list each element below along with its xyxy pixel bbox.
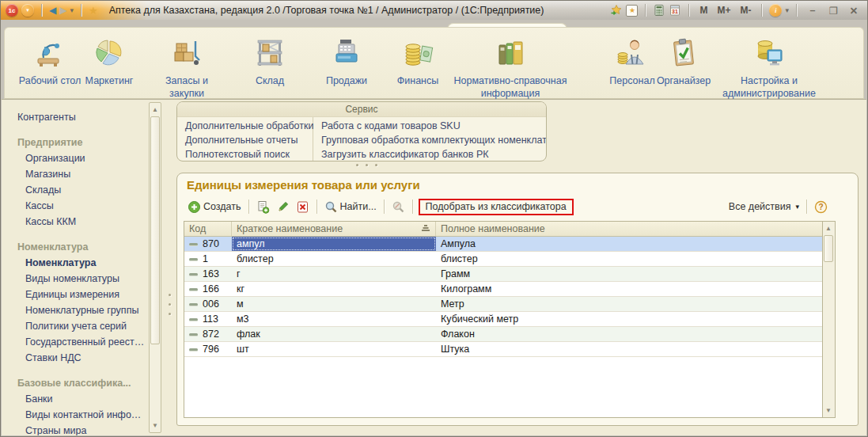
short-name-cell[interactable]: м xyxy=(232,297,436,311)
service-command[interactable]: Дополнительные обработки xyxy=(185,119,313,133)
favorites-list-icon[interactable]: ★ xyxy=(626,5,638,17)
sidebar-item[interactable]: Магазины xyxy=(5,166,148,182)
service-command[interactable]: Дополнительные отчеты xyxy=(185,133,313,147)
clear-find-button[interactable] xyxy=(389,199,408,215)
full-name-cell[interactable]: Метр xyxy=(436,297,835,311)
code-cell[interactable]: 006 xyxy=(184,297,232,311)
sidebar-item[interactable]: Организации xyxy=(5,150,148,166)
short-name-cell[interactable]: г xyxy=(232,267,436,281)
copy-item-button[interactable] xyxy=(253,199,273,215)
table-row[interactable]: 872флакФлакон xyxy=(184,327,835,342)
sidebar-item[interactable]: Номенклатура xyxy=(5,255,148,271)
full-name-cell[interactable]: Ампула xyxy=(436,237,835,251)
code-cell[interactable]: 870 xyxy=(184,237,232,251)
table-scrollbar[interactable]: ▲ ▼ xyxy=(822,222,835,417)
service-command[interactable]: Групповая обработка комплектующих номенк… xyxy=(321,133,547,147)
nav-forward-icon[interactable]: ▶ xyxy=(59,6,66,15)
sidebar-item[interactable]: Номенклатурные группы xyxy=(5,302,148,318)
short-name-cell[interactable]: шт xyxy=(232,342,436,356)
memory-m-plus-button[interactable]: M+ xyxy=(714,5,733,16)
panel-splitter-grip[interactable] xyxy=(356,164,377,166)
short-name-cell[interactable]: ампул xyxy=(232,237,436,251)
sidebar-item[interactable]: Страны мира xyxy=(5,423,148,435)
table-row[interactable]: 163гГрамм xyxy=(184,267,835,282)
short-name-cell[interactable]: кг xyxy=(232,282,436,296)
create-button[interactable]: Создать xyxy=(184,199,244,215)
nav-history-caret-icon[interactable]: ▾ xyxy=(70,6,74,14)
sidebar-item[interactable]: Ставки НДС xyxy=(5,350,148,366)
ribbon-section-10[interactable]: Настройка и администрирование xyxy=(713,34,825,100)
short-name-cell[interactable]: м3 xyxy=(232,312,436,326)
code-cell[interactable]: 113 xyxy=(184,312,232,326)
info-icon[interactable]: i xyxy=(769,4,782,17)
code-cell[interactable]: 166 xyxy=(184,282,232,296)
full-name-cell[interactable]: Флакон xyxy=(436,327,835,341)
full-name-cell[interactable]: блистер xyxy=(436,252,835,266)
ribbon-section-1[interactable]: Рабочий стол xyxy=(18,34,81,88)
service-command[interactable]: Работа с кодами товаров SKU xyxy=(321,119,547,133)
full-name-cell[interactable]: Килограмм xyxy=(436,282,835,296)
full-name-cell[interactable]: Кубический метр xyxy=(436,312,835,326)
code-cell[interactable]: 1 xyxy=(184,252,232,266)
calculator-icon[interactable] xyxy=(653,4,665,17)
sidebar-item[interactable]: Кассы xyxy=(5,198,148,214)
service-menu-icon[interactable]: ▼ xyxy=(21,4,34,17)
ribbon-section-7[interactable]: Нормативно-справочная информация xyxy=(450,34,570,100)
service-command[interactable]: Загрузить классификатор банков РК xyxy=(321,147,547,162)
ribbon-section-5[interactable]: Продажи xyxy=(315,34,378,88)
calendar-icon[interactable]: 31 xyxy=(669,4,681,17)
scroll-up-icon[interactable]: ▲ xyxy=(150,104,161,116)
sidebar-item[interactable]: Политики учета серий xyxy=(5,318,148,334)
memory-m-button[interactable]: M xyxy=(696,5,711,16)
maximize-button[interactable]: ❐ xyxy=(824,4,842,17)
sidebar-item[interactable]: Государственный реестр ле... xyxy=(5,334,148,350)
ribbon-section-9[interactable]: Органайзер xyxy=(648,34,719,88)
scroll-up-icon[interactable]: ▲ xyxy=(823,222,834,234)
ribbon-section-6[interactable]: Финансы xyxy=(386,34,449,88)
info-caret-icon[interactable]: ▾ xyxy=(785,6,789,14)
memory-m-minus-button[interactable]: M- xyxy=(737,5,754,16)
minimize-button[interactable]: – xyxy=(804,4,821,17)
table-row[interactable]: 1блистерблистер xyxy=(184,252,835,267)
column-header[interactable]: Код xyxy=(184,222,232,236)
pick-from-classifier-button[interactable]: Подобрать из классификатора xyxy=(426,201,567,212)
table-row[interactable]: 113м3Кубический метр xyxy=(184,312,835,327)
sidebar-item[interactable]: Банки xyxy=(5,391,148,407)
close-button[interactable]: ✕ xyxy=(845,4,862,17)
service-command[interactable]: Полнотекстовый поиск xyxy=(185,147,313,162)
ribbon-section-2[interactable]: Маркетинг xyxy=(78,34,141,88)
scroll-down-icon[interactable]: ▼ xyxy=(150,420,161,431)
column-header[interactable]: Краткое наименование xyxy=(232,222,436,236)
app-menu-icon[interactable]: 1с xyxy=(6,4,18,17)
scroll-down-icon[interactable]: ▼ xyxy=(823,405,834,416)
code-cell[interactable]: 872 xyxy=(184,327,232,341)
help-button[interactable]: ? xyxy=(811,199,831,215)
table-row[interactable]: 006мМетр xyxy=(184,297,835,312)
full-name-cell[interactable]: Штука xyxy=(436,342,835,356)
table-row[interactable]: 796штШтука xyxy=(184,342,835,357)
table-row[interactable]: 166кгКилограмм xyxy=(184,282,835,297)
full-name-cell[interactable]: Грамм xyxy=(436,267,835,281)
edit-item-button[interactable] xyxy=(273,199,293,215)
ribbon-section-3[interactable]: Запасы и закупки xyxy=(151,34,222,100)
nav-back-icon[interactable]: ◀ xyxy=(49,6,56,15)
short-name-cell[interactable]: блистер xyxy=(232,252,436,266)
column-header[interactable]: Полное наименование xyxy=(436,222,835,236)
sidebar-item[interactable]: Виды контактной информац... xyxy=(5,407,148,423)
sidebar-item[interactable]: Контрагенты xyxy=(5,109,148,125)
find-button[interactable]: Найти... xyxy=(321,199,380,215)
scrollbar-thumb[interactable] xyxy=(824,235,833,262)
short-name-cell[interactable]: флак xyxy=(232,327,436,341)
sidebar-item[interactable]: Кассы ККМ xyxy=(5,214,148,230)
sidebar-item[interactable]: Виды номенклатуры xyxy=(5,271,148,287)
sidebar-scrollbar[interactable]: ▲ ▼ xyxy=(149,102,161,433)
sidebar-splitter[interactable] xyxy=(163,100,176,435)
delete-item-button[interactable] xyxy=(293,199,313,215)
code-cell[interactable]: 163 xyxy=(184,267,232,281)
scrollbar-thumb[interactable] xyxy=(150,116,160,344)
sidebar-item[interactable]: Единицы измерения xyxy=(5,287,148,302)
code-cell[interactable]: 796 xyxy=(184,342,232,356)
table-row[interactable]: 870ампулАмпула xyxy=(184,237,835,252)
ribbon-section-4[interactable]: Склад xyxy=(242,34,298,88)
add-to-favorites-icon[interactable] xyxy=(610,4,623,17)
